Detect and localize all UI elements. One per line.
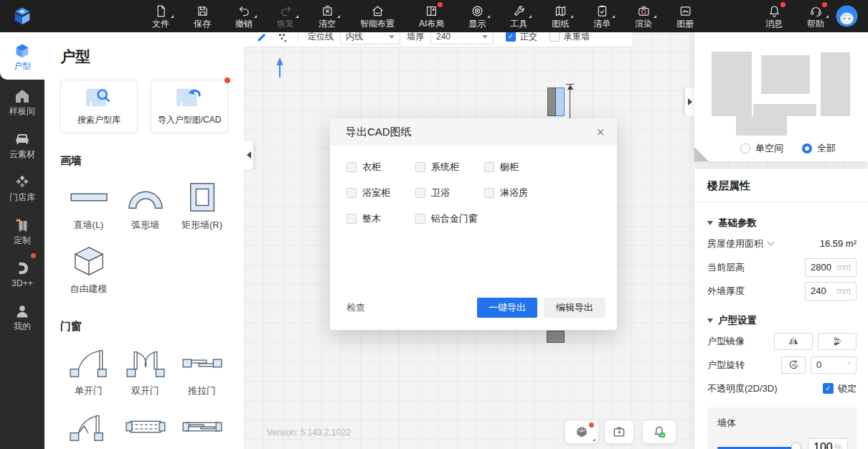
export-option-wardrobe[interactable]: 衣柜 bbox=[346, 161, 415, 174]
topbar-item-album[interactable]: 图册 bbox=[676, 4, 694, 28]
checkbox-icon[interactable] bbox=[415, 214, 425, 224]
rotate-45-button[interactable]: 45 bbox=[781, 356, 806, 374]
sidebar-item-3dpp[interactable]: 3D++ bbox=[0, 252, 44, 295]
export-option-aluminum-door-window[interactable]: 铝合金门窗 bbox=[415, 212, 484, 225]
checkbox-icon[interactable] bbox=[484, 188, 494, 198]
notify-status-button[interactable] bbox=[643, 420, 676, 443]
collapse-right-panel-button[interactable] bbox=[685, 88, 694, 116]
tool-double-door[interactable]: 双开门 bbox=[117, 346, 174, 397]
radio-all[interactable]: 全部 bbox=[802, 142, 836, 155]
wall-thickness-select[interactable]: 240 bbox=[430, 32, 494, 44]
ortho-toggle[interactable]: ✓ 正交 bbox=[506, 32, 537, 43]
snapshot-button[interactable] bbox=[605, 420, 633, 443]
rotate-angle-input[interactable]: 0 ° bbox=[811, 356, 857, 374]
one-click-export-button[interactable]: 一键导出 bbox=[477, 298, 537, 318]
export-option-system-cabinet[interactable]: 系统柜 bbox=[415, 161, 484, 174]
view-cube-button[interactable] bbox=[565, 420, 598, 443]
ortho-label: 正交 bbox=[520, 32, 537, 43]
sidebar-item-mine[interactable]: 我的 bbox=[0, 295, 44, 338]
radio-selected-icon[interactable] bbox=[802, 143, 812, 153]
wall-half-gray bbox=[547, 88, 556, 116]
tool-straight-wall[interactable]: 直墙(L) bbox=[60, 181, 117, 232]
ai-layout-icon bbox=[425, 4, 438, 18]
wall-thickness-value: 240 bbox=[811, 285, 826, 296]
checkbox-icon[interactable] bbox=[346, 214, 357, 224]
sidebar-item-floorplan[interactable]: 户型 bbox=[0, 32, 44, 80]
rotate-angle-value: 0 bbox=[816, 359, 821, 370]
bearing-wall-checkbox[interactable] bbox=[549, 32, 560, 42]
tool-arc-wall[interactable]: 弧形墙 bbox=[117, 181, 174, 232]
topbar-item-list[interactable]: 清单 bbox=[593, 4, 610, 28]
snap-points-icon[interactable] bbox=[275, 32, 288, 43]
checkbox-icon[interactable] bbox=[415, 188, 425, 198]
draw-wall-pencil-icon[interactable] bbox=[256, 32, 269, 43]
floor-height-input[interactable]: 2800 mm bbox=[805, 258, 857, 277]
radio-single-space[interactable]: 单空间 bbox=[740, 142, 783, 155]
user-avatar[interactable] bbox=[836, 5, 858, 27]
topbar-item-help[interactable]: 帮助 bbox=[807, 4, 824, 28]
tool-single-door[interactable]: 单开门 bbox=[60, 346, 117, 397]
wall-segment[interactable] bbox=[547, 331, 565, 343]
sidebar-item-showroom[interactable]: 样板间 bbox=[0, 80, 44, 123]
tool-window[interactable] bbox=[117, 410, 174, 443]
card-import-cad[interactable]: 导入户型图/CAD bbox=[151, 80, 228, 133]
minimap-resize-handle[interactable] bbox=[694, 147, 709, 161]
export-option-bath-cabinet[interactable]: 浴室柜 bbox=[346, 186, 415, 199]
check-link[interactable]: 检查 bbox=[346, 301, 365, 314]
slider-thumb[interactable] bbox=[791, 443, 801, 449]
topbar-item-undo[interactable]: 撤销 bbox=[235, 4, 253, 28]
ortho-checkbox[interactable]: ✓ bbox=[506, 32, 516, 42]
checkbox-icon[interactable] bbox=[346, 162, 357, 172]
section-basic-params[interactable]: 基础参数 bbox=[707, 214, 857, 232]
wall-segment-selected[interactable] bbox=[547, 88, 565, 116]
sidebar-item-store-library[interactable]: 门店库 bbox=[0, 166, 44, 209]
topbar-item-drawings[interactable]: 图纸 bbox=[552, 4, 569, 28]
sidebar-item-custom[interactable]: 定制 bbox=[0, 209, 44, 252]
card-search-floorplan[interactable]: 搜索户型库 bbox=[60, 80, 138, 133]
topbar-item-clear[interactable]: 清空 bbox=[319, 4, 336, 28]
radio-icon[interactable] bbox=[740, 143, 750, 153]
close-icon[interactable]: × bbox=[596, 125, 605, 139]
plan-room bbox=[736, 116, 787, 136]
lock-toggle[interactable]: ✓ 锁定 bbox=[823, 382, 857, 395]
checkbox-icon[interactable] bbox=[484, 162, 494, 172]
topbar-item-file[interactable]: 文件 bbox=[152, 4, 169, 28]
tool-free-model[interactable]: 自由建模 bbox=[60, 245, 117, 296]
topbar-item-tools[interactable]: 工具 bbox=[510, 4, 527, 28]
topbar-item-messages[interactable]: 消息 bbox=[765, 4, 783, 28]
bearing-wall-toggle[interactable]: 承重墙 bbox=[549, 32, 590, 43]
section-layout-settings[interactable]: 户型设置 bbox=[707, 312, 857, 329]
tool-folding-door[interactable] bbox=[60, 410, 117, 443]
tool-sliding-door[interactable]: 推拉门 bbox=[174, 346, 230, 397]
tool-rect-wall[interactable]: 矩形墙(R) bbox=[174, 181, 230, 232]
tool-sliding-window[interactable] bbox=[174, 410, 230, 443]
edit-export-button[interactable]: 编辑导出 bbox=[544, 298, 605, 318]
lock-checkbox[interactable]: ✓ bbox=[823, 383, 834, 394]
mirror-vertical-button[interactable] bbox=[818, 333, 857, 350]
topbar-item-render[interactable]: 渲染 bbox=[635, 4, 652, 28]
locate-line-select[interactable]: 内线 bbox=[340, 32, 400, 44]
export-option-kitchen-cabinet[interactable]: 橱柜 bbox=[484, 161, 592, 174]
wall-opacity-slider[interactable] bbox=[717, 443, 799, 449]
topbar-item-smart-layout[interactable]: 智能布置 bbox=[360, 4, 395, 28]
wall-thickness-input[interactable]: 240 mm bbox=[805, 282, 857, 301]
expand-chevron-icon[interactable] bbox=[768, 239, 775, 246]
export-option-solid-wood[interactable]: 整木 bbox=[346, 212, 415, 225]
mirror-horizontal-button[interactable] bbox=[774, 333, 813, 350]
checkbox-icon[interactable] bbox=[415, 162, 425, 172]
export-option-shower-room[interactable]: 淋浴房 bbox=[484, 186, 592, 199]
wall-opacity-input[interactable]: 100 % bbox=[808, 438, 848, 449]
topbar-item-save[interactable]: 保存 bbox=[194, 4, 211, 28]
topbar-item-display[interactable]: 显示 bbox=[468, 4, 486, 28]
sidebar-item-cloud-material[interactable]: 云素材 bbox=[0, 123, 44, 166]
topbar-item-redo[interactable]: 恢复 bbox=[277, 4, 294, 28]
app-logo[interactable] bbox=[0, 6, 44, 27]
person-icon bbox=[14, 303, 31, 320]
tool-label: 单开门 bbox=[75, 384, 103, 397]
topbar-item-ai-layout[interactable]: AI布局 bbox=[419, 4, 444, 28]
checkbox-icon[interactable] bbox=[346, 188, 357, 198]
dialog-title: 导出CAD图纸 bbox=[346, 126, 412, 139]
export-option-sanitary[interactable]: 卫浴 bbox=[415, 186, 484, 199]
collapse-left-panel-button[interactable] bbox=[244, 141, 253, 169]
window-icon bbox=[123, 410, 168, 443]
